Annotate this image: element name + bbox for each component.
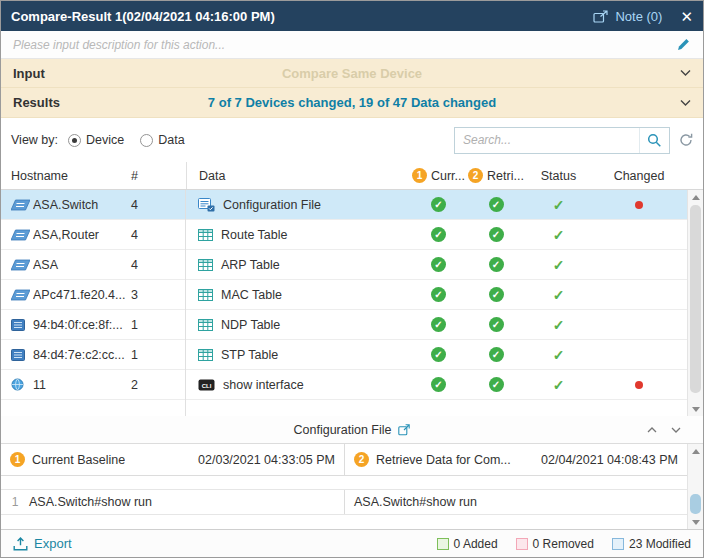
device-row[interactable]: APc471.fe20.4... 3	[1, 280, 185, 310]
data-row[interactable]: ARP Table ✓ ✓ ✓	[186, 250, 687, 280]
col-current-label: Curr...	[431, 169, 465, 183]
device-hostname: ASA.Switch	[33, 198, 131, 212]
device-icon	[11, 199, 33, 211]
input-chevron-down-icon[interactable]	[680, 70, 691, 77]
baseline-line: 1 ASA.Switch#show run	[1, 490, 345, 514]
baseline-header: 1 Current Baseline 02/03/2021 04:33:05 P…	[1, 444, 345, 475]
retrieve-check-icon: ✓	[489, 287, 504, 302]
compare-scrollbar[interactable]	[687, 444, 703, 529]
data-label: STP Table	[221, 348, 278, 362]
data-row[interactable]: Route Table ✓ ✓ ✓	[186, 220, 687, 250]
data-label: Configuration File	[223, 198, 321, 212]
compare-line-row: 1 ASA.Switch#show run ASA.Switch#show ru…	[1, 489, 687, 515]
changed-dot	[635, 381, 643, 389]
data-row[interactable]: Configuration File ✓ ✓ ✓	[186, 190, 687, 220]
data-type-icon: CLI	[198, 379, 215, 391]
refresh-icon[interactable]	[679, 133, 693, 147]
status-check-icon: ✓	[553, 287, 565, 303]
search-icon[interactable]	[639, 128, 669, 153]
view-toolbar: View by: Device Data	[1, 118, 703, 162]
device-hostname: APc471.fe20.4...	[33, 288, 131, 302]
status-check-icon: ✓	[553, 377, 565, 393]
detail-title-bar: Configuration File	[1, 416, 703, 444]
scroll-down-icon[interactable]	[688, 402, 703, 416]
device-data-count: 4	[131, 258, 185, 272]
device-row[interactable]: ASA 4	[1, 250, 185, 280]
device-icon	[11, 259, 33, 271]
data-type-icon	[198, 259, 213, 271]
device-icon	[11, 229, 33, 241]
col-hostname[interactable]: Hostname	[11, 169, 131, 183]
footer-bar: Export 0 Added 0 Removed 23 Modified	[1, 529, 703, 557]
device-icon	[11, 349, 33, 361]
external-link-icon[interactable]	[398, 424, 410, 436]
close-icon[interactable]: ✕	[680, 9, 693, 24]
note-button[interactable]: Note (0)	[593, 9, 662, 24]
col-count[interactable]: #	[131, 169, 186, 183]
radio-data-circle[interactable]	[140, 134, 153, 147]
detail-title: Configuration File	[294, 423, 392, 437]
retrieve-header: 2 Retrieve Data for Com... 02/04/2021 04…	[345, 444, 687, 475]
current-check-icon: ✓	[431, 287, 446, 302]
table-scrollbar[interactable]	[687, 190, 703, 416]
edit-pencil-icon[interactable]	[673, 38, 693, 51]
scroll-up-icon[interactable]	[688, 190, 703, 204]
search-input[interactable]	[455, 128, 639, 153]
baseline-label: Current Baseline	[32, 453, 125, 467]
status-check-icon: ✓	[553, 227, 565, 243]
radio-device-circle[interactable]	[68, 134, 81, 147]
input-section-header[interactable]: Input Compare Same Device	[1, 59, 703, 88]
compare-scroll-thumb[interactable]	[690, 494, 701, 514]
radio-data-label: Data	[158, 133, 184, 147]
retrieve-line: ASA.Switch#show run	[345, 490, 687, 514]
device-hostname: ASA,Router	[33, 228, 131, 242]
radio-view-device[interactable]: Device	[68, 133, 124, 147]
scroll-down-icon[interactable]	[688, 515, 703, 529]
data-type-icon	[198, 289, 213, 301]
current-check-icon: ✓	[431, 227, 446, 242]
device-data-count: 4	[131, 228, 185, 242]
retrieve-check-icon: ✓	[489, 317, 504, 332]
data-type-icon	[198, 319, 213, 331]
compare-header: 1 Current Baseline 02/03/2021 04:33:05 P…	[1, 444, 687, 476]
data-row[interactable]: CLI show interface ✓ ✓ ✓	[186, 370, 687, 400]
data-row[interactable]: MAC Table ✓ ✓ ✓	[186, 280, 687, 310]
device-row[interactable]: 11 2	[1, 370, 185, 400]
data-label: ARP Table	[221, 258, 280, 272]
current-check-icon: ✓	[431, 377, 446, 392]
device-row[interactable]: ASA.Switch 4	[1, 190, 185, 220]
radio-view-data[interactable]: Data	[140, 133, 184, 147]
description-input[interactable]	[11, 37, 673, 53]
col-status[interactable]: Status	[526, 169, 591, 183]
col-retrieve[interactable]: 2 Retri...	[466, 168, 526, 183]
data-label: Route Table	[221, 228, 288, 242]
results-table: ASA.Switch 4 ASA,Router 4 ASA 4 APc471.f…	[1, 190, 703, 416]
scroll-up-icon[interactable]	[688, 444, 703, 458]
results-chevron-down-icon[interactable]	[680, 99, 691, 106]
col-current[interactable]: 1 Curr...	[411, 168, 466, 183]
status-check-icon: ✓	[553, 257, 565, 273]
col-data[interactable]: Data	[186, 162, 411, 189]
legend-item: 0 Added	[437, 537, 498, 551]
detail-collapse-chevron-up-icon[interactable]	[647, 427, 657, 433]
baseline-line-text: ASA.Switch#show run	[29, 495, 152, 509]
export-button[interactable]: Export	[13, 536, 72, 551]
table-scroll-thumb[interactable]	[690, 205, 701, 393]
status-check-icon: ✓	[553, 317, 565, 333]
open-window-icon	[593, 10, 609, 23]
detail-expand-chevron-down-icon[interactable]	[671, 427, 681, 433]
legend-swatch	[516, 538, 528, 550]
col-changed[interactable]: Changed	[591, 169, 687, 183]
device-row[interactable]: 94:b4:0f:ce:8f:... 1	[1, 310, 185, 340]
compare-panel: 1 Current Baseline 02/03/2021 04:33:05 P…	[1, 444, 703, 529]
data-row[interactable]: STP Table ✓ ✓ ✓	[186, 340, 687, 370]
retrieve-line-text: ASA.Switch#show run	[354, 495, 477, 509]
badge-2-icon: 2	[354, 452, 369, 467]
view-by-label: View by:	[11, 133, 58, 147]
device-row[interactable]: ASA,Router 4	[1, 220, 185, 250]
device-row[interactable]: 84:d4:7e:c2:cc... 1	[1, 340, 185, 370]
device-icon	[11, 378, 33, 391]
retrieve-timestamp: 02/04/2021 04:08:43 PM	[541, 453, 678, 467]
data-row[interactable]: NDP Table ✓ ✓ ✓	[186, 310, 687, 340]
results-section-header[interactable]: Results 7 of 7 Devices changed, 19 of 47…	[1, 88, 703, 118]
